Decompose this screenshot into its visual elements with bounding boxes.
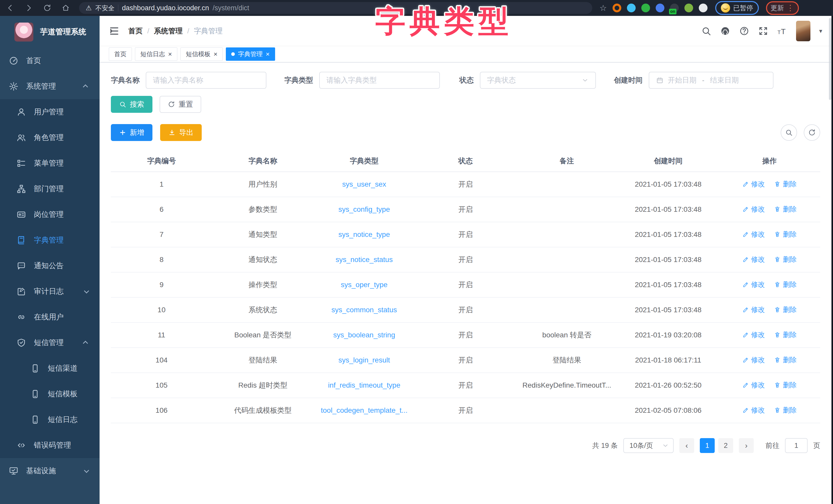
sidebar-item[interactable]: 岗位管理: [0, 202, 100, 227]
help-icon[interactable]: [739, 26, 749, 36]
edit-link[interactable]: 修改: [742, 205, 765, 214]
bookmark-star-icon[interactable]: ☆: [599, 3, 607, 13]
cell-dict-type-link[interactable]: sys_boolean_string: [314, 323, 415, 348]
sidebar-item[interactable]: 短信模板: [0, 381, 100, 407]
home-icon[interactable]: [61, 3, 71, 13]
cell-dict-type-link[interactable]: sys_notice_status: [314, 247, 415, 272]
page-number-button[interactable]: 1: [700, 438, 715, 453]
sidebar-item[interactable]: 短信日志: [0, 407, 100, 432]
breadcrumb-item[interactable]: 系统管理 /: [154, 26, 189, 36]
edit-link[interactable]: 修改: [742, 280, 765, 289]
cell-dict-type-link[interactable]: sys_login_result: [314, 348, 415, 373]
page-content: 字典名称 字典类型 状态 字典状态 创建时间 开始日期 -: [100, 62, 831, 504]
sidebar-item[interactable]: 菜单管理: [0, 150, 100, 176]
kebab-menu-icon[interactable]: ⋮: [787, 4, 794, 12]
user-avatar[interactable]: [796, 21, 810, 41]
edit-link[interactable]: 修改: [742, 305, 765, 314]
delete-link[interactable]: 删除: [774, 205, 796, 214]
search-button[interactable]: 搜索: [111, 96, 152, 113]
font-size-icon[interactable]: TT: [777, 26, 787, 36]
prev-page-button[interactable]: ‹: [679, 438, 694, 453]
forward-icon[interactable]: [24, 3, 34, 13]
sidebar-logo[interactable]: 芋道管理系统: [0, 16, 100, 48]
cell-dict-type-link[interactable]: sys_config_type: [314, 197, 415, 222]
add-button[interactable]: 新增: [111, 124, 152, 141]
tag-tab[interactable]: 首页 ×: [109, 47, 132, 61]
sidebar-item[interactable]: 错误码管理: [0, 432, 100, 458]
sidebar-item[interactable]: 部门管理: [0, 176, 100, 202]
export-button[interactable]: 导出: [160, 124, 202, 141]
reload-icon[interactable]: [42, 3, 52, 13]
browser-update-button[interactable]: 更新 ⋮: [766, 1, 799, 15]
fullscreen-icon[interactable]: [758, 26, 768, 36]
edit-link[interactable]: 修改: [742, 355, 765, 364]
page-number-button[interactable]: 2: [718, 438, 733, 453]
edit-link[interactable]: 修改: [742, 380, 765, 390]
sidebar-item[interactable]: 角色管理: [0, 125, 100, 150]
sidebar-item[interactable]: 系统管理: [0, 74, 100, 99]
delete-link[interactable]: 删除: [774, 355, 796, 364]
scrollbar-thumb[interactable]: [829, 18, 831, 100]
sidebar-item[interactable]: 字典管理: [0, 227, 100, 253]
cell-dict-type-link[interactable]: sys_common_status: [314, 297, 415, 323]
dict-name-input[interactable]: [153, 76, 259, 84]
edit-link[interactable]: 修改: [742, 406, 765, 415]
edit-link[interactable]: 修改: [742, 179, 765, 189]
address-bar[interactable]: ⚠ 不安全 dashboard.yudao.iocoder.cn/system/…: [79, 2, 592, 14]
extension-icon[interactable]: [656, 4, 664, 12]
goto-page-input[interactable]: [785, 438, 808, 453]
search-icon[interactable]: [701, 26, 711, 36]
sidebar-item[interactable]: 通知公告: [0, 253, 100, 279]
sidebar-item[interactable]: 短信渠道: [0, 356, 100, 381]
tag-tab[interactable]: 字典管理 ×: [226, 47, 275, 61]
delete-link[interactable]: 删除: [774, 230, 796, 239]
extension-icon[interactable]: [627, 4, 636, 12]
delete-link[interactable]: 删除: [774, 380, 796, 390]
tag-tab[interactable]: 短信日志 ×: [135, 47, 177, 61]
delete-link[interactable]: 删除: [774, 179, 796, 189]
extension-icon[interactable]: [699, 4, 708, 12]
delete-link[interactable]: 删除: [774, 406, 796, 415]
back-icon[interactable]: [5, 3, 16, 13]
sidebar-item[interactable]: 用户管理: [0, 99, 100, 125]
close-icon[interactable]: ×: [214, 51, 217, 57]
delete-link[interactable]: 删除: [774, 330, 796, 339]
reset-button[interactable]: 重置: [160, 96, 201, 113]
cell-dict-type-link[interactable]: tool_codegen_template_t...: [314, 398, 415, 423]
status-select[interactable]: 字典状态: [480, 72, 596, 89]
github-icon[interactable]: [720, 26, 730, 36]
tag-tab[interactable]: 短信模板 ×: [181, 47, 223, 61]
table-search-button[interactable]: [781, 124, 797, 141]
extension-icon[interactable]: [613, 4, 621, 12]
page-size-select[interactable]: 10条/页: [623, 438, 674, 453]
hamburger-icon[interactable]: [109, 26, 120, 36]
paused-extension-badge[interactable]: 已暂停: [715, 1, 759, 15]
edit-link[interactable]: 修改: [742, 330, 765, 339]
cell-dict-type-link[interactable]: sys_oper_type: [314, 272, 415, 297]
edit-link[interactable]: 修改: [742, 255, 765, 264]
cell-dict-type-link[interactable]: sys_notice_type: [314, 222, 415, 247]
cell-dict-type-link[interactable]: inf_redis_timeout_type: [314, 373, 415, 398]
extension-icon[interactable]: on: [670, 4, 679, 12]
sidebar-item[interactable]: 基础设施: [0, 458, 100, 484]
close-icon[interactable]: ×: [168, 51, 172, 57]
sidebar-item[interactable]: 在线用户: [0, 304, 100, 330]
caret-down-icon[interactable]: ▾: [819, 27, 822, 34]
sidebar-item[interactable]: 短信管理: [0, 330, 100, 356]
close-icon[interactable]: ×: [266, 51, 269, 57]
table-refresh-button[interactable]: [804, 124, 820, 141]
delete-link[interactable]: 删除: [774, 255, 796, 264]
edit-link[interactable]: 修改: [742, 230, 765, 239]
sidebar-item[interactable]: 审计日志: [0, 279, 100, 304]
delete-link[interactable]: 删除: [774, 280, 796, 289]
extension-icon[interactable]: [684, 4, 693, 12]
cell-dict-type-link[interactable]: sys_user_sex: [314, 172, 415, 197]
delete-link[interactable]: 删除: [774, 305, 796, 314]
breadcrumb-item[interactable]: 首页 /: [128, 26, 149, 36]
dict-type-input[interactable]: [327, 76, 433, 84]
sidebar-item[interactable]: 首页: [0, 48, 100, 74]
breadcrumb-item[interactable]: 字典管理 /: [194, 26, 223, 36]
next-page-button[interactable]: ›: [739, 438, 754, 453]
date-range-picker[interactable]: 开始日期 - 结束日期: [649, 72, 774, 89]
extension-icon[interactable]: [641, 4, 650, 12]
